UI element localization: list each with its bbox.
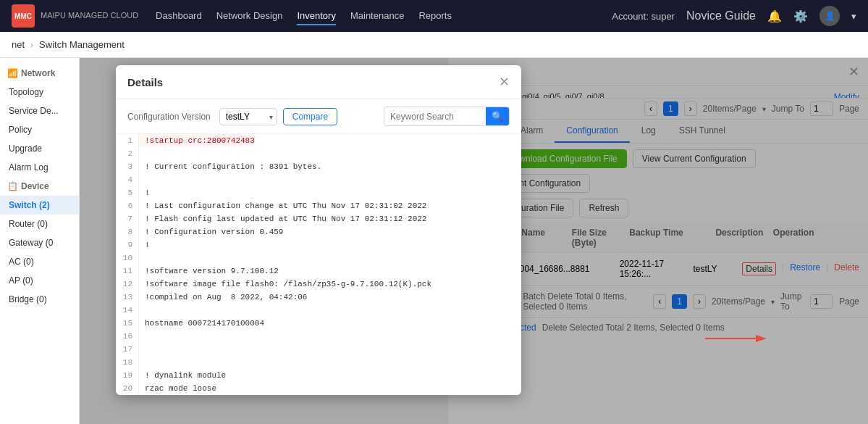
code-line: 10 — [116, 252, 521, 265]
content-area: Details ✕ gi0/1 gi0/2 gi0/3 gi0/4 gi0/5 … — [80, 58, 868, 424]
sidebar-item-switch[interactable]: Switch (2) — [0, 196, 79, 215]
code-line: 18 — [116, 356, 521, 369]
code-line: 6! Last configuration change at UTC Thu … — [116, 199, 521, 212]
line-number: 2 — [116, 147, 139, 160]
top-navigation: MMC MAIPU MANAGED CLOUD Dashboard Networ… — [0, 0, 868, 32]
line-content — [139, 330, 145, 343]
line-content: hostname 0007214170100004 — [139, 317, 264, 330]
sidebar-item-upgrade[interactable]: Upgrade — [0, 139, 79, 158]
sidebar-item-gateway[interactable]: Gateway (0 — [0, 233, 79, 252]
code-line: 20rzac mode loose — [116, 382, 521, 395]
line-number: 19 — [116, 369, 139, 382]
line-number: 18 — [116, 356, 139, 369]
line-content: ! dynalink module — [139, 369, 226, 382]
code-content-area[interactable]: 1!startup crc:280074248323! Current conf… — [116, 134, 521, 395]
sidebar-item-bridge[interactable]: Bridge (0) — [0, 290, 79, 309]
code-line: 2 — [116, 147, 521, 160]
code-line: 11!software version 9.7.100.12 — [116, 265, 521, 278]
sidebar-network-section: 📶 Network — [0, 64, 79, 83]
code-line: 3! Current configuration : 8391 bytes. — [116, 160, 521, 173]
arrow-svg — [705, 331, 770, 346]
breadcrumb-separator: › — [30, 40, 33, 50]
line-number: 10 — [116, 252, 139, 265]
main-nav-items: Dashboard Network Design Inventory Maint… — [156, 7, 594, 25]
line-content: !software version 9.7.100.12 — [139, 265, 279, 278]
line-content: !compiled on Aug 8 2022, 04:42:06 — [139, 291, 307, 304]
svg-marker-1 — [756, 335, 767, 342]
line-content — [139, 147, 145, 160]
code-line: 5! — [116, 186, 521, 199]
novice-guide-link[interactable]: Novice Guide — [686, 9, 756, 22]
sidebar-item-router[interactable]: Router (0) — [0, 215, 79, 233]
sidebar: 📶 Network Topology Service De... Policy … — [0, 58, 80, 424]
line-number: 1 — [116, 134, 139, 147]
line-content: !software image file flash0: /flash/zp35… — [139, 278, 431, 291]
code-line: 14 — [116, 304, 521, 317]
breadcrumb-net[interactable]: net — [12, 39, 25, 50]
config-version-select[interactable]: testLY — [219, 108, 277, 125]
line-number: 16 — [116, 330, 139, 343]
nav-right-area: Account: super Novice Guide 🔔 ⚙️ 👤 ▾ — [612, 6, 856, 26]
modal-header: Details ✕ — [116, 65, 521, 99]
main-layout: 📶 Network Topology Service De... Policy … — [0, 58, 868, 424]
code-line: 1!startup crc:2800742483 — [116, 134, 521, 147]
line-content: ! — [139, 186, 150, 199]
search-button[interactable]: 🔍 — [486, 107, 509, 125]
settings-icon[interactable]: ⚙️ — [793, 9, 808, 23]
logo-area: MMC MAIPU MANAGED CLOUD — [12, 4, 138, 28]
line-number: 15 — [116, 317, 139, 330]
notification-icon[interactable]: 🔔 — [767, 9, 782, 23]
line-number: 17 — [116, 343, 139, 356]
nav-inventory[interactable]: Inventory — [297, 7, 335, 25]
line-content: ! Flash config last updated at UTC Thu N… — [139, 212, 426, 225]
logo-icon: MMC — [12, 4, 35, 28]
sidebar-item-alarm-log[interactable]: Alarm Log — [0, 158, 79, 177]
sidebar-item-service-dep[interactable]: Service De... — [0, 101, 79, 120]
line-content — [139, 252, 145, 265]
code-line: 12!software image file flash0: /flash/zp… — [116, 278, 521, 291]
sidebar-item-policy[interactable]: Policy — [0, 120, 79, 139]
line-number: 13 — [116, 291, 139, 304]
line-number: 20 — [116, 382, 139, 395]
page-title: Switch Management — [39, 39, 125, 50]
line-content: ! Current configuration : 8391 bytes. — [139, 160, 321, 173]
line-number: 6 — [116, 199, 139, 212]
line-number: 14 — [116, 304, 139, 317]
line-number: 11 — [116, 265, 139, 278]
code-line: 15hostname 0007214170100004 — [116, 317, 521, 330]
nav-dashboard[interactable]: Dashboard — [156, 7, 202, 25]
line-number: 8 — [116, 225, 139, 238]
code-line: 4 — [116, 173, 521, 186]
nav-maintenance[interactable]: Maintenance — [350, 7, 404, 25]
compare-button[interactable]: Compare — [283, 108, 337, 125]
sidebar-item-ap[interactable]: AP (0) — [0, 271, 79, 290]
code-line: 7! Flash config last updated at UTC Thu … — [116, 212, 521, 225]
dropdown-arrow-icon: ▾ — [851, 11, 856, 22]
arrow-annotation — [705, 331, 770, 346]
code-line: 13!compiled on Aug 8 2022, 04:42:06 — [116, 291, 521, 304]
details-modal: Details ✕ Configuration Version testLY ▾… — [116, 65, 521, 395]
modal-close-btn[interactable]: ✕ — [499, 74, 510, 90]
line-content — [139, 304, 145, 317]
account-label: Account: super — [612, 11, 675, 22]
line-content — [139, 173, 145, 186]
keyword-search-input[interactable] — [384, 109, 486, 125]
line-number: 5 — [116, 186, 139, 199]
wifi-icon: 📶 — [7, 68, 18, 78]
sub-navigation: net › Switch Management — [0, 32, 868, 58]
logo-subtitle: MAIPU MANAGED CLOUD — [41, 11, 138, 20]
sidebar-device-section: 📋 Device — [0, 177, 79, 196]
line-content — [139, 356, 145, 369]
sidebar-item-ac[interactable]: AC (0) — [0, 252, 79, 271]
config-version-label: Configuration Version — [127, 112, 211, 122]
nav-network-design[interactable]: Network Design — [216, 7, 283, 25]
nav-reports[interactable]: Reports — [418, 7, 452, 25]
code-line: 19! dynalink module — [116, 369, 521, 382]
sidebar-item-topology[interactable]: Topology — [0, 83, 79, 101]
line-content: !startup crc:2800742483 — [139, 134, 255, 147]
device-icon: 📋 — [7, 181, 18, 191]
line-number: 4 — [116, 173, 139, 186]
user-avatar[interactable]: 👤 — [819, 6, 840, 26]
keyword-search-area: 🔍 — [384, 107, 510, 126]
line-number: 3 — [116, 160, 139, 173]
